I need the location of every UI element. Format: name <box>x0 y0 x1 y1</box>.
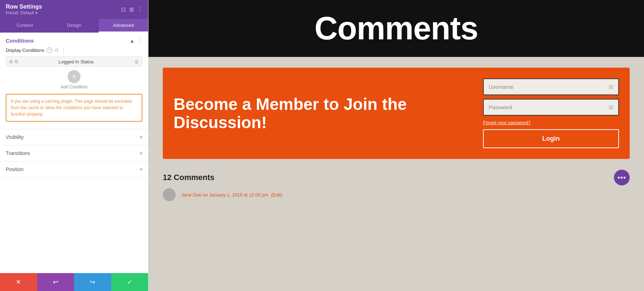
password-icon: ⊞ <box>609 104 613 111</box>
tab-advanced[interactable]: Advanced <box>99 19 148 33</box>
panel-header-left: Row Settings Preset: Default ▾ <box>6 4 42 15</box>
position-section[interactable]: Position ▾ <box>0 161 148 178</box>
help-icon[interactable]: ? <box>47 47 52 53</box>
content-area: Become a Member to Join the Discussion! … <box>148 57 644 291</box>
fit-icon-button[interactable]: ⊡ <box>121 6 126 13</box>
username-icon: ⊞ <box>609 83 613 90</box>
condition-label: Logged In Status <box>20 59 132 64</box>
comment-edit-link[interactable]: (Edit) <box>271 192 282 198</box>
forgot-password-link[interactable]: Forgot your password? <box>483 120 531 125</box>
position-title: Position <box>6 166 24 172</box>
more-icon-button[interactable]: ⋮ <box>137 6 143 13</box>
conditions-section-icons: ▲ ⋮ <box>130 38 142 44</box>
username-placeholder: Username <box>489 84 513 90</box>
tab-content[interactable]: Content <box>0 19 49 33</box>
transitions-chevron-icon: ▾ <box>140 150 142 156</box>
redo-icon: ↪ <box>90 278 95 286</box>
comment-author-text: Jane Doe on January 1, 2019 at 12:00 pm <box>181 192 268 198</box>
login-right: Username ⊞ Password ⊞ Forgot your passwo… <box>483 78 619 148</box>
login-button[interactable]: Login <box>483 129 619 148</box>
panel-header: Row Settings Preset: Default ▾ ⊡ ⊞ ⋮ <box>0 0 148 19</box>
confirm-button[interactable]: ✓ <box>111 273 148 291</box>
panel-content: Conditions ▲ ⋮ Display Conditions ? ↺ ⋮ … <box>0 33 148 291</box>
visibility-section-header[interactable]: Visibility ▾ <box>6 134 142 140</box>
login-box: Become a Member to Join the Discussion! … <box>163 68 630 159</box>
comments-count: 12 Comments <box>163 173 214 182</box>
add-condition-button[interactable]: + <box>68 70 80 83</box>
comment-author-row: Jane Doe on January 1, 2019 at 12:00 pm … <box>181 192 282 198</box>
panel-header-icons: ⊡ ⊞ ⋮ <box>121 6 143 13</box>
cancel-icon: ✕ <box>16 278 21 286</box>
comments-count-row: 12 Comments ••• <box>163 170 630 185</box>
bottom-bar: ✕ ↩ ↪ ✓ <box>0 273 148 291</box>
condition-settings-icon[interactable]: ⚙ <box>9 59 13 64</box>
add-condition-label: Add Condition <box>60 84 87 89</box>
comments-more-button[interactable]: ••• <box>614 170 630 185</box>
position-section-header[interactable]: Position ▾ <box>6 166 142 172</box>
transitions-title: Transitions <box>6 150 30 156</box>
comments-hero-title: Comments <box>163 10 630 47</box>
login-left: Become a Member to Join the Discussion! <box>174 78 472 148</box>
visibility-chevron-icon: ▾ <box>140 134 142 140</box>
comments-hero: Comments <box>148 0 644 57</box>
plus-icon: + <box>72 73 77 81</box>
comment-item: Jane Doe on January 1, 2019 at 12:00 pm … <box>163 188 630 201</box>
tabs: Content Design Advanced <box>0 19 148 33</box>
comments-section: 12 Comments ••• Jane Doe on January 1, 2… <box>163 170 630 201</box>
left-panel: Row Settings Preset: Default ▾ ⊡ ⊞ ⋮ Con… <box>0 0 148 291</box>
login-headline: Become a Member to Join the Discussion! <box>174 95 472 131</box>
visibility-section[interactable]: Visibility ▾ <box>0 129 148 145</box>
condition-item: ⚙ ⧉ Logged In Status 🗑 <box>6 57 142 67</box>
condition-copy-icon[interactable]: ⧉ <box>15 59 18 64</box>
caching-warning-text: If you are using a caching plugin, This … <box>11 98 137 117</box>
conditions-chevron-up-icon[interactable]: ▲ <box>130 38 135 44</box>
add-condition-wrap: + Add Condition <box>6 70 142 89</box>
redo-button[interactable]: ↪ <box>74 273 111 291</box>
cancel-button[interactable]: ✕ <box>0 273 37 291</box>
confirm-icon: ✓ <box>127 278 132 286</box>
position-chevron-icon: ▾ <box>140 166 142 172</box>
username-field[interactable]: Username ⊞ <box>483 78 619 95</box>
conditions-section-header: Conditions ▲ ⋮ <box>6 38 142 44</box>
display-conditions-label: Display Conditions <box>6 48 44 53</box>
conditions-title: Conditions <box>6 38 34 44</box>
more-icon: ⋮ <box>137 6 143 13</box>
conditions-section: Conditions ▲ ⋮ Display Conditions ? ↺ ⋮ … <box>0 33 148 129</box>
conditions-more-icon[interactable]: ⋮ <box>137 38 142 44</box>
comments-more-icon: ••• <box>618 174 626 182</box>
undo-icon: ↩ <box>53 278 58 286</box>
visibility-title: Visibility <box>6 134 24 140</box>
forgot-password-wrap: Forgot your password? <box>483 119 619 126</box>
refresh-icon[interactable]: ↺ <box>54 47 59 53</box>
password-placeholder: Password <box>489 104 512 110</box>
right-content: Comments Become a Member to Join the Dis… <box>148 0 644 291</box>
columns-icon: ⊞ <box>129 6 134 13</box>
password-field[interactable]: Password ⊞ <box>483 99 619 116</box>
comment-avatar <box>163 188 176 201</box>
transitions-section-header[interactable]: Transitions ▾ <box>6 150 142 156</box>
condition-delete-icon[interactable]: 🗑 <box>134 59 139 64</box>
panel-preset: Preset: Default ▾ <box>6 10 42 15</box>
condition-item-icons: ⚙ ⧉ <box>9 59 18 64</box>
transitions-section[interactable]: Transitions ▾ <box>0 145 148 161</box>
display-conditions-row: Display Conditions ? ↺ ⋮ <box>6 47 142 53</box>
fit-icon: ⊡ <box>121 6 126 13</box>
display-conditions-more-icon[interactable]: ⋮ <box>61 47 66 53</box>
tab-design[interactable]: Design <box>49 19 99 33</box>
undo-button[interactable]: ↩ <box>37 273 74 291</box>
panel-title: Row Settings <box>6 4 42 10</box>
columns-icon-button[interactable]: ⊞ <box>129 6 134 13</box>
caching-warning-box: If you are using a caching plugin, This … <box>6 94 142 122</box>
